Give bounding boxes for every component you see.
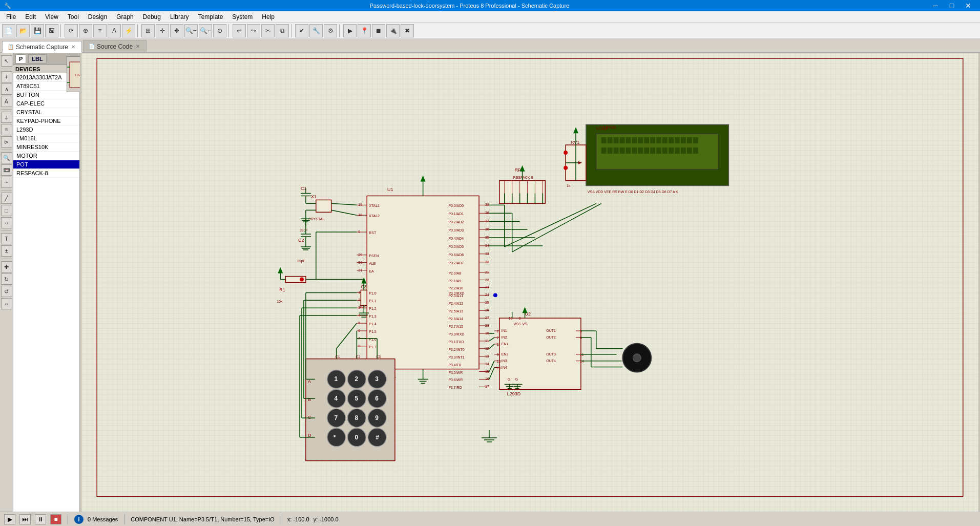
device-lm016l[interactable]: LM016L bbox=[13, 134, 79, 143]
add-tool[interactable]: ✚ bbox=[1, 261, 12, 272]
device-keypad[interactable]: KEYPAD-PHONE bbox=[13, 117, 79, 125]
annotate-button[interactable]: A bbox=[108, 24, 121, 37]
device-motor[interactable]: MOTOR bbox=[13, 152, 79, 160]
bus-tool[interactable]: ≡ bbox=[1, 124, 12, 135]
svg-text:A: A bbox=[308, 379, 311, 384]
device-respack8[interactable]: RESPACK-8 bbox=[13, 169, 79, 178]
new-button[interactable]: 📄 bbox=[2, 24, 15, 37]
refresh-button[interactable]: ⟳ bbox=[65, 24, 78, 37]
wire-tool[interactable]: ∧ bbox=[1, 83, 12, 95]
schematic-canvas-area[interactable]: U1 AT89C51 XTAL1 XTAL2 RST PSEN ALE EA P… bbox=[80, 53, 980, 512]
menu-help[interactable]: Help bbox=[258, 12, 279, 22]
sidebar-tab-p[interactable]: P bbox=[15, 54, 26, 64]
rotate-ccw[interactable]: ↺ bbox=[1, 286, 12, 297]
close-button[interactable]: ✕ bbox=[961, 1, 976, 10]
device-crystal[interactable]: CRYSTAL bbox=[13, 108, 79, 117]
stop[interactable]: ⏹ bbox=[372, 24, 385, 37]
symbol-tool[interactable]: ± bbox=[1, 245, 12, 257]
svg-text:P0.4/AD4: P0.4/AD4 bbox=[448, 237, 464, 240]
cut[interactable]: ✂ bbox=[261, 24, 275, 37]
lbl-tool[interactable]: A bbox=[1, 96, 12, 107]
menu-edit[interactable]: Edit bbox=[21, 12, 40, 22]
zoom-all[interactable]: ⊞ bbox=[141, 24, 155, 37]
svg-rect-185 bbox=[662, 137, 668, 143]
zoom-in[interactable]: 🔍+ bbox=[184, 24, 198, 37]
svg-text:G: G bbox=[515, 377, 518, 381]
tools3[interactable]: 🔌 bbox=[386, 24, 400, 37]
tape-tool[interactable]: 📼 bbox=[1, 164, 12, 176]
svg-text:13: 13 bbox=[485, 354, 489, 358]
svg-text:IN1: IN1 bbox=[502, 329, 507, 332]
step-button[interactable]: ⏭ bbox=[19, 514, 31, 524]
sidebar-tab-lbl[interactable]: LBL bbox=[28, 54, 46, 64]
svg-rect-179 bbox=[625, 137, 631, 143]
tab-source-code[interactable]: 📄 Source Code ✕ bbox=[83, 40, 147, 52]
select-tool[interactable]: ↖ bbox=[1, 55, 12, 67]
menu-template[interactable]: Template bbox=[194, 12, 227, 22]
menu-library[interactable]: Library bbox=[166, 12, 193, 22]
undo[interactable]: ↩ bbox=[233, 24, 246, 37]
tools2[interactable]: ⚙ bbox=[324, 24, 337, 37]
zoom-out[interactable]: 🔍− bbox=[199, 24, 212, 37]
maximize-button[interactable]: □ bbox=[944, 1, 960, 10]
menu-view[interactable]: View bbox=[41, 12, 62, 22]
rotate-cw[interactable]: ↻ bbox=[1, 273, 12, 285]
power-tool[interactable]: ⏚ bbox=[1, 112, 12, 123]
device-minres10k[interactable]: MINRES10K bbox=[13, 143, 79, 152]
schematic-tab-close[interactable]: ✕ bbox=[70, 44, 76, 50]
netlist-button[interactable]: ≡ bbox=[93, 24, 107, 37]
redo[interactable]: ↪ bbox=[247, 24, 260, 37]
play-button[interactable]: ▶ bbox=[4, 514, 15, 524]
svg-rect-205 bbox=[687, 148, 692, 154]
tools1[interactable]: 🔧 bbox=[309, 24, 323, 37]
text-tool[interactable]: T bbox=[1, 233, 12, 244]
svg-text:EN1: EN1 bbox=[502, 342, 509, 346]
gen-tool[interactable]: ~ bbox=[1, 177, 12, 188]
stop-button[interactable]: ■ bbox=[50, 514, 61, 524]
svg-text:P0.7/AD7: P0.7/AD7 bbox=[448, 261, 464, 265]
zoom-fit[interactable]: ⊙ bbox=[213, 24, 226, 37]
svg-text:5: 5 bbox=[358, 321, 360, 325]
devices-list: 02013A330JAT2A AT89C51 BUTTON CAP-ELEC C… bbox=[13, 73, 79, 512]
circle-tool[interactable]: ○ bbox=[1, 217, 12, 228]
component-tool[interactable]: + bbox=[1, 71, 12, 82]
svg-text:15: 15 bbox=[485, 370, 489, 373]
svg-rect-182 bbox=[644, 137, 649, 143]
menu-tool[interactable]: Tool bbox=[64, 12, 83, 22]
save-all-button[interactable]: 🖫 bbox=[45, 24, 58, 37]
svg-text:P1.0: P1.0 bbox=[369, 291, 376, 295]
drc[interactable]: ✔ bbox=[295, 24, 308, 37]
run[interactable]: ▶ bbox=[343, 24, 357, 37]
device-l293d[interactable]: L293D bbox=[13, 125, 79, 134]
line-tool[interactable]: ╱ bbox=[1, 193, 12, 204]
tools4[interactable]: ✖ bbox=[401, 24, 414, 37]
menu-debug[interactable]: Debug bbox=[139, 12, 165, 22]
device-cap-elec[interactable]: CAP-ELEC bbox=[13, 99, 79, 108]
save-button[interactable]: 💾 bbox=[31, 24, 44, 37]
probe[interactable]: 📍 bbox=[358, 24, 371, 37]
component-button[interactable]: ⊕ bbox=[79, 24, 92, 37]
menu-file[interactable]: File bbox=[2, 12, 20, 22]
copy[interactable]: ⧉ bbox=[276, 24, 289, 37]
menu-design[interactable]: Design bbox=[84, 12, 111, 22]
menu-system[interactable]: System bbox=[228, 12, 257, 22]
svg-text:P3.7/RD: P3.7/RD bbox=[448, 386, 462, 389]
device-pot[interactable]: POT bbox=[13, 160, 79, 169]
electrical-check[interactable]: ⚡ bbox=[122, 24, 135, 37]
rect-tool[interactable]: □ bbox=[1, 205, 12, 216]
svg-rect-200 bbox=[656, 148, 661, 154]
pause-button[interactable]: ⏸ bbox=[35, 514, 46, 524]
zoom-selection[interactable]: ✛ bbox=[156, 24, 169, 37]
probe-tool[interactable]: 🔍 bbox=[1, 152, 12, 163]
pan[interactable]: ✥ bbox=[170, 24, 183, 37]
port-tool[interactable]: ⊳ bbox=[1, 136, 12, 148]
tab-schematic-capture[interactable]: 📋 Schematic Capture ✕ bbox=[2, 41, 82, 53]
svg-rect-7 bbox=[81, 53, 978, 512]
open-button[interactable]: 📂 bbox=[16, 24, 30, 37]
flip-h[interactable]: ↔ bbox=[1, 298, 12, 309]
source-tab-close[interactable]: ✕ bbox=[135, 44, 141, 49]
minimize-button[interactable]: ─ bbox=[928, 1, 943, 10]
svg-rect-220 bbox=[499, 181, 545, 204]
svg-text:P0.2/AD2: P0.2/AD2 bbox=[448, 220, 464, 224]
menu-graph[interactable]: Graph bbox=[112, 12, 137, 22]
